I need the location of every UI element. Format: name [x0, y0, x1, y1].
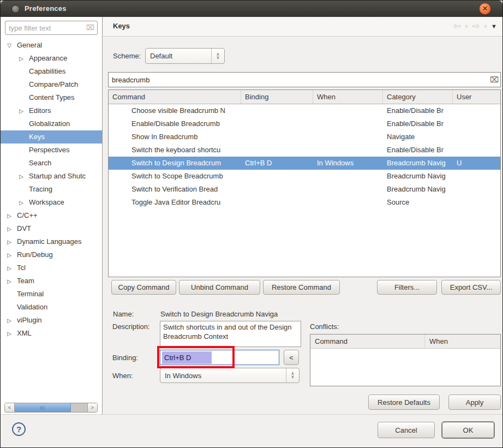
- tree-item-label: XML: [17, 329, 32, 337]
- copy-command-button[interactable]: Copy Command: [111, 280, 176, 295]
- tree-item-label: Keys: [29, 133, 45, 141]
- tree-item-dynamic-languages[interactable]: ▷Dynamic Languages: [1, 235, 102, 248]
- cell-user: [453, 183, 500, 196]
- expander-icon[interactable]: ▽: [6, 39, 13, 52]
- tree-item-editors[interactable]: ▷Editors: [1, 104, 102, 117]
- key-binding-row[interactable]: Switch to Design BreadcrumCtrl+B DIn Win…: [109, 157, 500, 170]
- restore-defaults-button[interactable]: Restore Defaults: [368, 395, 440, 410]
- help-icon[interactable]: ?: [12, 422, 26, 436]
- expander-icon[interactable]: ▷: [18, 52, 25, 65]
- column-header-binding[interactable]: Binding: [241, 90, 313, 104]
- tree-item-content-types[interactable]: Content Types: [1, 91, 102, 104]
- forward-dropdown-icon[interactable]: ∨: [484, 23, 488, 29]
- history-nav: ⇦ ∨ ⇨ ∨ ▼: [453, 20, 497, 32]
- tree-item-xml[interactable]: ▷XML: [1, 327, 102, 340]
- tree-item-globalization[interactable]: Globalization: [1, 117, 102, 130]
- scrollbar-track[interactable]: [71, 403, 87, 412]
- filters-button[interactable]: Filters...: [377, 280, 437, 295]
- key-binding-row[interactable]: Choose visible Breadcrumb NEnable/Disabl…: [109, 104, 500, 117]
- back-dropdown-icon[interactable]: ∨: [465, 23, 469, 29]
- tree-item-tcl[interactable]: ▷Tcl: [1, 261, 102, 274]
- tree-item-label: Tracing: [29, 185, 52, 193]
- tree-item-validation[interactable]: Validation: [1, 301, 102, 314]
- conflicts-column-when[interactable]: When: [425, 334, 500, 348]
- cell-when: [313, 196, 383, 209]
- expander-icon[interactable]: ▷: [6, 327, 13, 340]
- expander-icon[interactable]: ▷: [18, 170, 25, 183]
- filter-input[interactable]: [5, 21, 98, 35]
- column-header-user[interactable]: User: [453, 90, 500, 104]
- conflicts-column-command[interactable]: Command: [310, 334, 425, 348]
- close-icon[interactable]: ✕: [479, 3, 491, 15]
- binding-input[interactable]: Ctrl+B D: [160, 350, 279, 365]
- conflicts-header[interactable]: CommandWhen: [310, 334, 500, 349]
- expander-icon[interactable]: ▷: [6, 262, 13, 274]
- tree-item-terminal[interactable]: Terminal: [1, 288, 102, 301]
- key-binding-row[interactable]: Switch the keyboard shortcuEnable/Disabl…: [109, 144, 500, 157]
- tree-item-startup-and-shutc[interactable]: ▷Startup and Shutc: [1, 170, 102, 183]
- forward-icon[interactable]: ⇨: [472, 20, 480, 32]
- cell-when: [313, 183, 383, 196]
- tree-item-workspace[interactable]: ▷Workspace: [1, 196, 102, 209]
- cell-when: [313, 130, 383, 144]
- tree-item-dvt[interactable]: ▷DVT: [1, 222, 102, 235]
- expander-icon[interactable]: ▷: [6, 210, 13, 222]
- expander-icon[interactable]: ▷: [6, 223, 13, 235]
- expander-icon[interactable]: ▷: [18, 105, 25, 117]
- view-menu-icon[interactable]: ▼: [491, 23, 497, 29]
- page-title: Keys: [113, 22, 130, 30]
- title-bar[interactable]: Preferences ✕: [1, 1, 502, 17]
- unbind-command-button[interactable]: Unbind Command: [179, 280, 260, 295]
- apply-button[interactable]: Apply: [448, 395, 501, 410]
- key-binding-row[interactable]: Switch to Verification BreadBreadcrumb N…: [109, 183, 500, 196]
- column-header-category[interactable]: Category: [383, 90, 453, 104]
- window-menu-icon[interactable]: [11, 5, 20, 13]
- tree-item-keys[interactable]: Keys: [1, 130, 102, 144]
- export-csv-button[interactable]: Export CSV...: [441, 280, 501, 295]
- sidebar-horizontal-scrollbar[interactable]: < ||| >: [4, 403, 98, 413]
- cell-user: [453, 144, 500, 157]
- expander-icon[interactable]: ▷: [6, 314, 13, 327]
- scheme-select[interactable]: Default ∧ ∨: [145, 48, 225, 64]
- column-header-command[interactable]: Command: [109, 90, 241, 104]
- when-label: When:: [112, 372, 133, 380]
- expander-icon[interactable]: ▷: [18, 196, 25, 209]
- preferences-sidebar: ⌧ ▽General▷AppearanceCapabilitiesCompare…: [1, 17, 103, 414]
- tree-item-viplugin[interactable]: ▷viPlugin: [1, 314, 102, 327]
- key-binding-row[interactable]: Show In BreadcrumbNavigate: [109, 130, 500, 144]
- capture-key-button[interactable]: <: [284, 350, 299, 365]
- when-select[interactable]: In Windows ∧ ∨: [160, 368, 300, 383]
- tree-item-run-debug[interactable]: ▷Run/Debug: [1, 248, 102, 261]
- expander-icon[interactable]: ▷: [6, 236, 13, 248]
- tree-item-c-c[interactable]: ▷C/C++: [1, 209, 102, 222]
- scroll-left-icon[interactable]: <: [5, 403, 15, 412]
- tree-item-team[interactable]: ▷Team: [1, 274, 102, 288]
- key-binding-row[interactable]: Toggle Java Editor BreadcruSource: [109, 196, 500, 209]
- key-binding-row[interactable]: Enable/Disable BreadcrumbEnable/Disable …: [109, 117, 500, 130]
- scrollbar-thumb[interactable]: |||: [15, 403, 71, 412]
- tree-item-tracing[interactable]: Tracing: [1, 183, 102, 196]
- table-header[interactable]: CommandBindingWhenCategoryUser: [109, 90, 500, 104]
- cell-command: Choose visible Breadcrumb N: [109, 104, 241, 117]
- cell-command: Switch to Scope Breadcrumb: [109, 170, 241, 183]
- window-title: Preferences: [25, 4, 67, 13]
- column-header-when[interactable]: When: [313, 90, 383, 104]
- back-icon[interactable]: ⇦: [453, 20, 460, 32]
- scroll-right-icon[interactable]: >: [87, 403, 97, 412]
- search-clear-icon[interactable]: ⌧: [490, 75, 499, 84]
- ok-button[interactable]: OK: [442, 422, 494, 438]
- tree-item-general[interactable]: ▽General: [1, 39, 102, 52]
- restore-command-button[interactable]: Restore Command: [263, 280, 340, 295]
- tree-item-capabilities[interactable]: Capabilities: [1, 65, 102, 78]
- tree-item-compare-patch[interactable]: Compare/Patch: [1, 78, 102, 91]
- cell-command: Switch the keyboard shortcu: [109, 144, 241, 157]
- search-input[interactable]: [108, 72, 501, 87]
- tree-item-search[interactable]: Search: [1, 157, 102, 170]
- key-binding-row[interactable]: Switch to Scope BreadcrumbBreadcrumb Nav…: [109, 170, 500, 183]
- expander-icon[interactable]: ▷: [6, 249, 13, 261]
- tree-item-perspectives[interactable]: Perspectives: [1, 144, 102, 157]
- filter-clear-icon[interactable]: ⌧: [86, 23, 94, 32]
- expander-icon[interactable]: ▷: [6, 275, 13, 288]
- cancel-button[interactable]: Cancel: [378, 422, 435, 438]
- tree-item-appearance[interactable]: ▷Appearance: [1, 52, 102, 65]
